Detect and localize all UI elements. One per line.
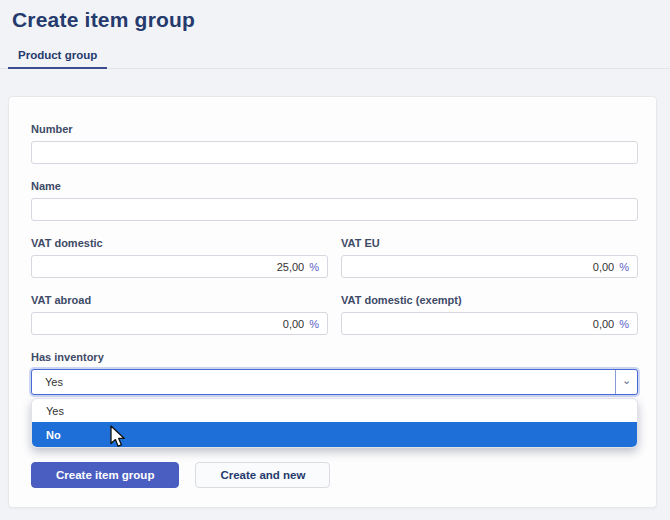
chevron-down-icon: ⌄	[622, 375, 631, 386]
name-label: Name	[31, 180, 638, 193]
vat-abroad-label: VAT abroad	[31, 294, 328, 307]
vat-eu-label: VAT EU	[341, 237, 638, 250]
field-number: Number	[31, 123, 638, 164]
percent-suffix: %	[619, 318, 629, 330]
vat-eu-input[interactable]	[350, 261, 614, 273]
form-actions: Create item group Create and new	[31, 462, 638, 488]
name-input[interactable]	[31, 198, 638, 221]
tab-bar: Product group	[0, 44, 670, 69]
create-item-group-button[interactable]: Create item group	[31, 462, 179, 488]
dropdown-option-no[interactable]: No	[32, 422, 637, 447]
vat-domestic-inputbox: %	[31, 255, 328, 278]
vat-row-2: VAT abroad % VAT domestic (exempt) %	[31, 294, 638, 351]
select-selected-value: Yes	[32, 376, 615, 388]
field-vat-domestic-exempt: VAT domestic (exempt) %	[341, 294, 638, 335]
select-caret-cell[interactable]: ⌄	[615, 370, 637, 394]
vat-domestic-exempt-inputbox: %	[341, 312, 638, 335]
dropdown-option-yes[interactable]: Yes	[32, 399, 637, 422]
has-inventory-select[interactable]: Yes ⌄	[31, 369, 638, 395]
form-card: Number Name VAT domestic % VAT EU % VAT …	[8, 96, 657, 508]
field-has-inventory: Has inventory Yes ⌄	[31, 351, 638, 395]
percent-suffix: %	[619, 261, 629, 273]
vat-abroad-inputbox: %	[31, 312, 328, 335]
percent-suffix: %	[309, 318, 319, 330]
vat-domestic-label: VAT domestic	[31, 237, 328, 250]
number-input[interactable]	[31, 141, 638, 164]
tab-product-group[interactable]: Product group	[8, 44, 107, 69]
has-inventory-label: Has inventory	[31, 351, 638, 364]
create-and-new-button[interactable]: Create and new	[195, 462, 330, 488]
number-label: Number	[31, 123, 638, 136]
page-title: Create item group	[12, 8, 670, 32]
field-vat-abroad: VAT abroad %	[31, 294, 328, 335]
vat-abroad-input[interactable]	[40, 318, 304, 330]
vat-domestic-input[interactable]	[40, 261, 304, 273]
field-name: Name	[31, 180, 638, 221]
has-inventory-dropdown: Yes No	[31, 398, 638, 448]
vat-domestic-exempt-label: VAT domestic (exempt)	[341, 294, 638, 307]
field-vat-domestic: VAT domestic %	[31, 237, 328, 278]
vat-row-1: VAT domestic % VAT EU %	[31, 237, 638, 294]
percent-suffix: %	[309, 261, 319, 273]
field-vat-eu: VAT EU %	[341, 237, 638, 278]
vat-eu-inputbox: %	[341, 255, 638, 278]
vat-domestic-exempt-input[interactable]	[350, 318, 614, 330]
